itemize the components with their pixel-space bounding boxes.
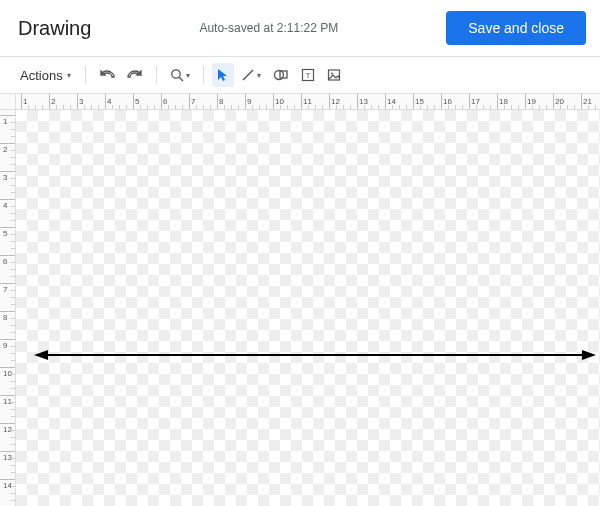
ruler-tick: 4	[105, 94, 111, 110]
ruler-tick: 8	[0, 311, 16, 322]
ruler-tick: 11	[301, 94, 312, 110]
ruler-tick: 9	[0, 339, 16, 350]
dropdown-icon: ▾	[67, 71, 71, 80]
ruler-tick: 5	[0, 227, 16, 238]
image-icon	[327, 68, 341, 82]
dropdown-icon: ▾	[186, 71, 190, 80]
canvas-area: 123456789101112131415161718192021 123456…	[0, 94, 600, 506]
ruler-tick: 10	[0, 367, 16, 378]
ruler-tick: 1	[21, 94, 27, 110]
dialog-title: Drawing	[18, 17, 91, 40]
horizontal-ruler: 123456789101112131415161718192021	[16, 94, 600, 110]
ruler-tick: 13	[357, 94, 368, 110]
svg-marker-11	[582, 350, 596, 360]
autosave-status: Auto-saved at 2:11:22 PM	[199, 21, 338, 35]
toolbar-separator	[85, 66, 86, 84]
ruler-tick: 12	[329, 94, 340, 110]
ruler-tick: 17	[469, 94, 480, 110]
svg-point-8	[331, 73, 333, 75]
ruler-tick: 9	[245, 94, 251, 110]
line-icon	[241, 68, 255, 82]
text-box-icon: T	[301, 68, 315, 82]
line-tool-button[interactable]: ▾	[236, 63, 266, 87]
undo-button[interactable]	[94, 63, 120, 87]
ruler-tick: 3	[77, 94, 83, 110]
ruler-tick: 7	[0, 283, 16, 294]
save-and-close-button[interactable]: Save and close	[446, 11, 586, 45]
ruler-tick: 7	[189, 94, 195, 110]
ruler-tick: 14	[0, 479, 16, 490]
select-tool-button[interactable]	[212, 63, 234, 87]
toolbar: Actions ▾ ▾ ▾ T	[0, 57, 600, 93]
ruler-tick: 6	[161, 94, 167, 110]
ruler-tick: 15	[413, 94, 424, 110]
ruler-tick: 2	[0, 143, 16, 154]
cursor-icon	[217, 68, 229, 82]
zoom-icon	[170, 68, 184, 82]
double-arrow-shape[interactable]	[34, 347, 596, 363]
actions-menu-button[interactable]: Actions ▾	[14, 65, 77, 86]
text-box-button[interactable]: T	[296, 63, 320, 87]
dialog-header: Drawing Auto-saved at 2:11:22 PM Save an…	[0, 0, 600, 56]
ruler-tick: 6	[0, 255, 16, 266]
ruler-tick: 11	[0, 395, 16, 406]
actions-label: Actions	[20, 68, 63, 83]
svg-text:T: T	[305, 71, 310, 80]
ruler-tick: 12	[0, 423, 16, 434]
ruler-tick: 13	[0, 451, 16, 462]
ruler-tick: 14	[385, 94, 396, 110]
ruler-tick: 8	[217, 94, 223, 110]
svg-marker-10	[34, 350, 48, 360]
svg-line-1	[179, 77, 183, 81]
vertical-ruler: 1234567891011121314	[0, 110, 16, 506]
ruler-tick: 3	[0, 171, 16, 182]
image-button[interactable]	[322, 63, 346, 87]
redo-icon	[127, 68, 143, 82]
shape-icon	[273, 68, 289, 82]
svg-line-2	[243, 70, 253, 80]
zoom-button[interactable]: ▾	[165, 63, 195, 87]
ruler-tick: 18	[497, 94, 508, 110]
drawing-canvas[interactable]	[16, 110, 600, 506]
ruler-tick: 10	[273, 94, 284, 110]
ruler-tick: 20	[553, 94, 564, 110]
ruler-tick: 5	[133, 94, 139, 110]
undo-icon	[99, 68, 115, 82]
dropdown-icon: ▾	[257, 71, 261, 80]
ruler-tick: 4	[0, 199, 16, 210]
toolbar-separator	[156, 66, 157, 84]
ruler-tick: 16	[441, 94, 452, 110]
ruler-tick: 21	[581, 94, 592, 110]
svg-point-0	[171, 70, 179, 78]
toolbar-separator	[203, 66, 204, 84]
shape-tool-button[interactable]	[268, 63, 294, 87]
ruler-tick: 1	[0, 115, 16, 126]
ruler-tick: 2	[49, 94, 55, 110]
ruler-tick: 19	[525, 94, 536, 110]
redo-button[interactable]	[122, 63, 148, 87]
ruler-corner	[0, 94, 16, 110]
